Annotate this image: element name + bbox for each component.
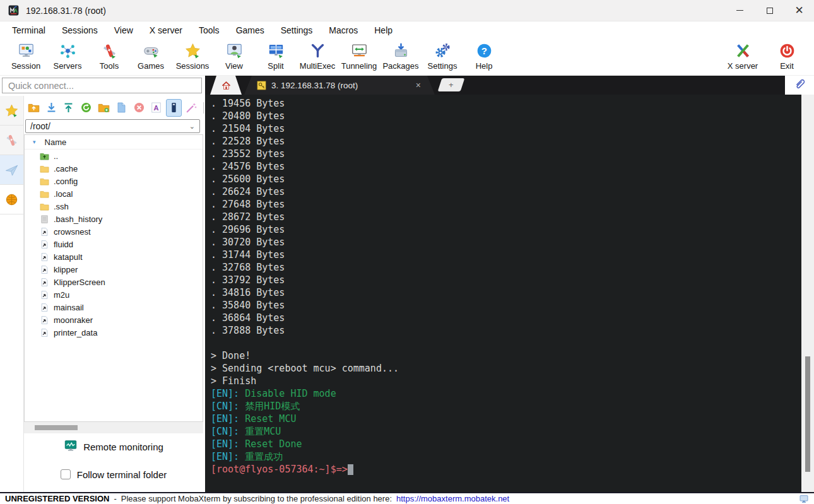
file-row[interactable]: .bash_history bbox=[25, 213, 203, 225]
parent-directory-button[interactable] bbox=[26, 99, 42, 117]
menu-item-sessions[interactable]: Sessions bbox=[54, 25, 106, 35]
minimize-button[interactable] bbox=[725, 0, 755, 21]
menu-item-tools[interactable]: Tools bbox=[191, 25, 228, 35]
file-row[interactable]: .config bbox=[25, 175, 203, 187]
refresh-button[interactable] bbox=[78, 99, 94, 117]
file-row[interactable]: moonraker bbox=[25, 314, 203, 326]
toolbar-label-help: Help bbox=[476, 61, 493, 71]
menu-item-settings[interactable]: Settings bbox=[273, 25, 321, 35]
edit-file-button[interactable]: A bbox=[149, 99, 165, 117]
toolbar-exit[interactable]: Exit bbox=[766, 42, 808, 71]
terminal-text-segment: . 30720 Bytes bbox=[211, 237, 285, 248]
terminal-line: . 20480 Bytes bbox=[211, 110, 801, 122]
toolbar-servers[interactable]: Servers bbox=[47, 42, 88, 71]
help-icon: ? bbox=[476, 42, 493, 59]
file-row[interactable]: .cache bbox=[25, 162, 203, 175]
maximize-button[interactable] bbox=[755, 0, 784, 21]
sftp-toolbar: A bbox=[26, 98, 204, 117]
link-icon bbox=[40, 252, 49, 262]
terminal-line: . 32768 Bytes bbox=[211, 261, 801, 274]
toolbar-split[interactable]: Split bbox=[255, 42, 297, 71]
upload-button[interactable] bbox=[61, 99, 77, 117]
sidebar-tab-tools[interactable] bbox=[0, 126, 23, 155]
quick-connect-input[interactable] bbox=[2, 78, 202, 93]
delete-button[interactable] bbox=[131, 99, 147, 117]
close-button[interactable]: ✕ bbox=[784, 0, 814, 21]
paperclip-icon[interactable] bbox=[793, 77, 806, 90]
sidebar-tab-sessions[interactable] bbox=[0, 96, 23, 126]
follow-wand-button[interactable] bbox=[184, 99, 199, 117]
scrollbar-thumb[interactable] bbox=[35, 425, 78, 430]
key-icon bbox=[257, 81, 266, 90]
file-list-header[interactable]: ▾ Name bbox=[25, 135, 203, 149]
remote-monitoring-button[interactable]: Remote monitoring bbox=[24, 437, 203, 457]
file-row[interactable]: fluidd bbox=[25, 238, 203, 250]
home-tab[interactable] bbox=[210, 76, 242, 95]
file-name: crowsnest bbox=[54, 227, 91, 237]
file-name: .local bbox=[54, 189, 73, 199]
home-icon bbox=[221, 80, 232, 91]
terminal-text-segment: 重置MCU bbox=[245, 426, 281, 437]
toolbar-multiexec[interactable]: MultiExec bbox=[297, 42, 338, 71]
follow-terminal-folder-checkbox[interactable] bbox=[61, 469, 71, 479]
file-row[interactable]: KlipperScreen bbox=[25, 276, 203, 288]
toolbar-session[interactable]: Session bbox=[5, 42, 47, 71]
new-folder-button[interactable] bbox=[96, 99, 112, 117]
toolbar-settings[interactable]: Settings bbox=[422, 42, 463, 71]
file-name: moonraker bbox=[54, 315, 93, 325]
multiexec-icon bbox=[309, 42, 326, 59]
close-tab-icon[interactable]: × bbox=[416, 80, 421, 90]
terminal-line: . 30720 Bytes bbox=[211, 236, 801, 249]
toolbar-x-server[interactable]: X server bbox=[722, 42, 764, 71]
toolbar-label-packages: Packages bbox=[382, 61, 418, 71]
sftp-file-browser: ▾ Name ...cache.config.local.ssh.bash_hi… bbox=[24, 134, 203, 422]
terminal-area[interactable]: . 19456 Bytes. 20480 Bytes. 21504 Bytes.… bbox=[205, 95, 814, 492]
file-row[interactable]: .. bbox=[25, 149, 203, 162]
menu-item-help[interactable]: Help bbox=[366, 25, 401, 35]
menu-item-terminal[interactable]: Terminal bbox=[4, 25, 54, 35]
toolbar-view[interactable]: View bbox=[213, 42, 255, 71]
new-tab-button[interactable]: + bbox=[438, 78, 465, 91]
file-row[interactable]: crowsnest bbox=[25, 225, 203, 238]
app-icon bbox=[8, 4, 20, 16]
toolbar-packages[interactable]: Packages bbox=[380, 42, 422, 71]
file-row[interactable]: .local bbox=[25, 187, 203, 200]
toolbar-tools[interactable]: Tools bbox=[88, 42, 130, 71]
link-icon bbox=[40, 265, 49, 274]
path-dropdown[interactable]: /root/ ⌄ bbox=[25, 119, 200, 133]
settings-icon bbox=[434, 42, 451, 59]
file-row[interactable]: katapult bbox=[25, 250, 203, 263]
menu-item-macros[interactable]: Macros bbox=[321, 25, 366, 35]
menu-item-view[interactable]: View bbox=[106, 25, 141, 35]
mobatek-link[interactable]: https://mobaxterm.mobatek.net bbox=[396, 494, 509, 503]
sidebar-tab-macros[interactable] bbox=[0, 155, 23, 185]
toolbar-label-split: Split bbox=[268, 61, 283, 71]
knife-icon bbox=[4, 133, 19, 148]
file-row[interactable]: printer_data bbox=[25, 326, 203, 339]
terminal-vertical-scrollbar[interactable] bbox=[801, 95, 814, 492]
toolbar-help[interactable]: ?Help bbox=[463, 42, 505, 71]
download-button[interactable] bbox=[44, 99, 59, 117]
terminal-line: . 25600 Bytes bbox=[211, 173, 801, 185]
file-row[interactable]: .ssh bbox=[25, 200, 203, 213]
sidebar-tab-sftp[interactable] bbox=[0, 185, 23, 214]
sftp-horizontal-scrollbar[interactable] bbox=[24, 422, 203, 433]
toolbar-games[interactable]: Games bbox=[130, 42, 172, 71]
file-row[interactable]: mainsail bbox=[25, 301, 203, 314]
folder-icon bbox=[40, 177, 49, 186]
terminal-line: [EN]: 重置成功 bbox=[211, 450, 801, 463]
toolbar-tunneling[interactable]: Tunneling bbox=[338, 42, 380, 71]
new-file-button[interactable] bbox=[114, 99, 129, 117]
file-row[interactable]: m2u bbox=[25, 288, 203, 301]
toolbar-sessions[interactable]: Sessions bbox=[172, 42, 213, 71]
session-tab-active[interactable]: 3. 192.168.31.78 (root) × bbox=[244, 76, 435, 95]
file-editor-button[interactable] bbox=[166, 99, 182, 117]
terminal-text-segment: . 26624 Bytes bbox=[211, 186, 285, 197]
star-icon bbox=[4, 103, 19, 118]
toolbar-label-sessions: Sessions bbox=[176, 61, 209, 71]
file-row[interactable]: klipper bbox=[25, 263, 203, 276]
menu-item-x-server[interactable]: X server bbox=[141, 25, 191, 35]
scrollbar-thumb[interactable] bbox=[805, 356, 810, 472]
file-name: KlipperScreen bbox=[54, 278, 105, 287]
menu-item-games[interactable]: Games bbox=[228, 25, 273, 35]
